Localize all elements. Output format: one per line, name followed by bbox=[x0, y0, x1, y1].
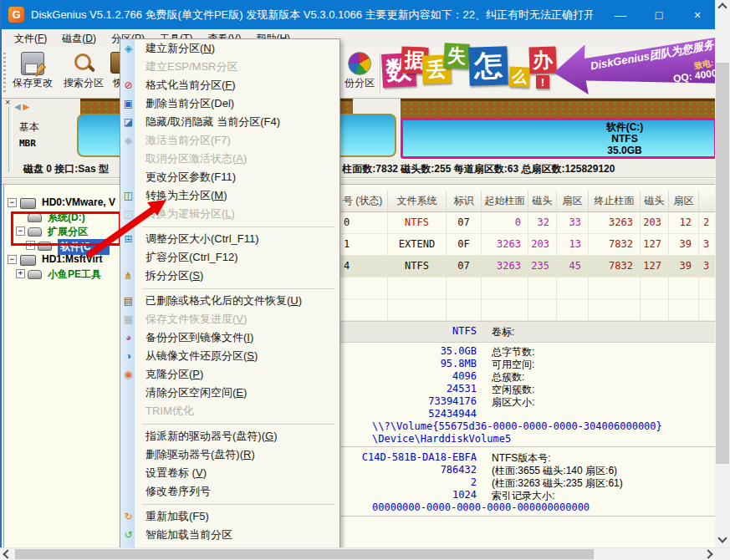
cell-end_sec: 39 bbox=[669, 256, 699, 277]
context-menu-item[interactable]: ▤已删除或格式化后的文件恢复(U) bbox=[120, 292, 339, 310]
collapse-icon[interactable]: − bbox=[8, 255, 17, 264]
menu-item-label: 隐藏/取消隐藏 当前分区(F4) bbox=[145, 115, 280, 128]
menu-item-label: 激活当前分区(F7) bbox=[145, 134, 231, 146]
partition-table-row[interactable]: 0NTFS07032333263203122 bbox=[339, 212, 717, 234]
tree-item-disk[interactable]: −HD1:MsftVirt bbox=[4, 252, 121, 267]
context-menu-item[interactable]: ↺智能加载当前分区 bbox=[120, 526, 339, 544]
context-menu-item[interactable]: 清除分区空闲空间(E) bbox=[120, 384, 339, 402]
context-menu-item[interactable]: 修改卷序列号 bbox=[120, 482, 339, 501]
context-menu-item[interactable]: 指派新的驱动器号(盘符)(G) bbox=[120, 427, 339, 445]
horizontal-splitter[interactable] bbox=[2, 178, 717, 185]
column-header[interactable]: 号 (状态) bbox=[339, 191, 388, 212]
context-menu-item[interactable]: ◪隐藏/取消隐藏 当前分区(F4) bbox=[120, 113, 339, 131]
menu-item-label: 转换为主分区(M) bbox=[145, 189, 227, 201]
tree-item-partition[interactable]: +小鱼PE工具 bbox=[4, 267, 121, 281]
partition-table-row[interactable]: 1EXTEND0F3263203137832127393 bbox=[339, 234, 717, 256]
volume-path: \Device\HarddiskVolume5 bbox=[372, 433, 511, 445]
context-menu-item[interactable]: ⊞调整分区大小(Ctrl_F11) bbox=[120, 230, 339, 248]
detail-value: 35.0GB bbox=[339, 345, 477, 357]
context-menu-item[interactable]: 扩容分区(Ctrl_F12) bbox=[120, 248, 339, 267]
context-menu-item[interactable]: ◉克隆分区(P) bbox=[120, 365, 339, 384]
empty-cell bbox=[528, 277, 557, 299]
context-menu-item[interactable]: ◫转换为主分区(M) bbox=[120, 186, 339, 205]
partition-box-selected[interactable]: 软件(C:) NTFS 35.0GB bbox=[401, 118, 717, 159]
context-menu-items: ◈建立新分区(N)建立ESP/MSR分区⊘格式化当前分区(F)▣删除当前分区(D… bbox=[120, 39, 339, 544]
toolbar-drag-handle[interactable] bbox=[3, 53, 6, 93]
scroll-down-button[interactable] bbox=[715, 532, 730, 544]
context-menu-item[interactable]: 设置卷标 (V) bbox=[120, 464, 339, 482]
context-menu-item[interactable]: ⊘格式化当前分区(F) bbox=[120, 76, 339, 94]
horizontal-scrollbar-thumb[interactable] bbox=[15, 549, 594, 559]
vertical-scrollbar bbox=[715, 0, 730, 547]
menubar-item-2[interactable]: 磁盘(D) bbox=[54, 29, 104, 48]
tree-item-disk[interactable]: −HD0:VMware, V bbox=[4, 196, 121, 210]
menu-item-label: 删除驱动器号(盘符)(R) bbox=[145, 448, 255, 461]
panel-groove bbox=[8, 107, 13, 172]
nav-back-icon[interactable]: ◀ bbox=[14, 102, 21, 111]
cell-fs: EXTEND bbox=[388, 234, 447, 256]
detail-value: 24531 bbox=[339, 383, 477, 395]
ad-tile: 失 bbox=[443, 43, 470, 69]
context-menu-item[interactable]: ◕备份分区到镜像文件(I) bbox=[120, 328, 339, 347]
context-menu-item[interactable]: ⋔拆分分区(S) bbox=[120, 267, 339, 285]
partition-size: 35.0GB bbox=[566, 145, 683, 156]
column-header[interactable]: 标识 bbox=[447, 191, 482, 212]
column-header[interactable]: 磁头 bbox=[528, 191, 557, 212]
context-menu-item[interactable]: 删除驱动器号(盘符)(R) bbox=[120, 445, 339, 464]
vertical-scrollbar-thumb[interactable] bbox=[716, 63, 729, 464]
tree-item-label: HD0:VMware, V bbox=[42, 196, 115, 208]
menu-item-label: 删除当前分区(Del) bbox=[145, 97, 234, 109]
maximize-button[interactable]: □ bbox=[640, 0, 678, 29]
column-header[interactable]: 扇区 bbox=[669, 191, 699, 212]
column-header[interactable]: 文件系统 bbox=[388, 191, 447, 212]
collapse-icon[interactable]: − bbox=[8, 198, 17, 207]
context-menu-item[interactable]: 更改分区参数(F11) bbox=[120, 168, 339, 186]
empty-cell bbox=[699, 277, 717, 299]
empty-cell bbox=[388, 299, 447, 321]
volume-path: \\?\Volume{55675d36-0000-0000-0000-30400… bbox=[372, 420, 662, 432]
search-partition-button[interactable]: 搜索分区 bbox=[59, 50, 109, 90]
save-progress-icon: ▦ bbox=[121, 310, 135, 328]
cell-end_head: 203 bbox=[641, 212, 669, 234]
empty-table-row bbox=[339, 299, 717, 321]
menu-separator bbox=[120, 223, 339, 230]
nav-forward-icon[interactable]: ▶ bbox=[23, 102, 29, 111]
cell-start_head: 32 bbox=[528, 212, 557, 234]
cell-start_cyl: 3263 bbox=[482, 256, 528, 277]
view-mode-label: 基本 bbox=[19, 120, 39, 135]
main-area: −HD0:VMware, V系统(D:)−扩展分区+软件(C:−HD1:Msft… bbox=[2, 185, 717, 547]
scroll-left-button[interactable] bbox=[2, 549, 13, 559]
save-changes-button[interactable]: 保存更改 bbox=[7, 50, 59, 90]
backup-image-icon: ◕ bbox=[121, 328, 135, 347]
context-menu-item[interactable]: ◈建立新分区(N) bbox=[120, 39, 339, 58]
expand-icon[interactable]: + bbox=[16, 269, 25, 278]
cell-end_sec: 12 bbox=[669, 212, 699, 234]
partition-table-row[interactable]: 4NTFS073263235457832127393 bbox=[339, 256, 717, 277]
menu-separator bbox=[120, 420, 339, 427]
menubar-item-1[interactable]: 文件(F) bbox=[7, 29, 54, 48]
column-header[interactable]: 磁头 bbox=[641, 191, 669, 212]
backup-partition-button[interactable]: 份分区 bbox=[336, 50, 383, 90]
context-menu-item[interactable]: ↻重新加载(F5) bbox=[120, 507, 339, 526]
column-header[interactable]: 扇区 bbox=[557, 191, 589, 212]
empty-cell bbox=[339, 277, 388, 299]
detail-value: C14D-581B-DA18-EBFA bbox=[339, 451, 477, 463]
scroll-up-button[interactable] bbox=[715, 2, 730, 13]
context-menu-item: ▦保存文件恢复进度(V) bbox=[120, 310, 339, 328]
context-menu-item[interactable]: ◑从镜像文件还原分区(S) bbox=[120, 347, 339, 365]
column-header[interactable]: 起始柱面 bbox=[482, 191, 528, 212]
minimize-button[interactable]: — bbox=[601, 0, 640, 29]
close-button[interactable]: × bbox=[678, 0, 717, 29]
context-menu-item[interactable]: ▣删除当前分区(Del) bbox=[120, 94, 339, 113]
empty-cell bbox=[589, 299, 641, 321]
menu-item-label: 更改分区参数(F11) bbox=[145, 171, 236, 183]
column-header[interactable]: 终止柱面 bbox=[589, 191, 641, 212]
menu-item-label: 格式化当前分区(F) bbox=[145, 79, 236, 91]
convert-primary-icon: ◫ bbox=[121, 186, 135, 205]
disk-info-right: ) 柱面数:7832 磁头数:255 每道扇区数:63 总扇区数:1258291… bbox=[336, 162, 615, 176]
cell-start_sec: 45 bbox=[557, 256, 589, 277]
column-header[interactable] bbox=[699, 191, 717, 212]
panel-close-icon[interactable]: × bbox=[5, 97, 10, 107]
empty-cell bbox=[482, 277, 528, 299]
scroll-right-button[interactable] bbox=[702, 549, 714, 559]
